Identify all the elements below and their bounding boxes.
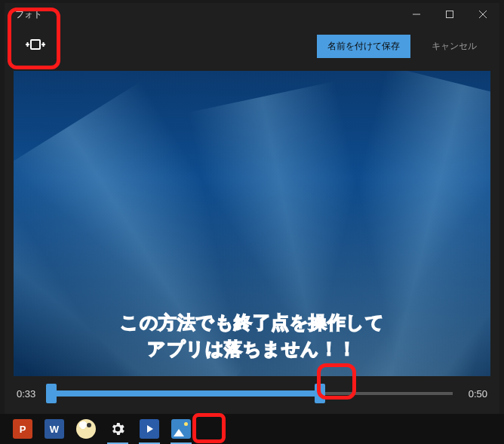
taskbar-item-paint[interactable] (71, 414, 101, 444)
word-icon: W (45, 419, 64, 439)
track-selected-range (51, 390, 320, 397)
powerpoint-icon: P (13, 419, 32, 439)
close-button[interactable] (466, 3, 499, 26)
annotation-line-1: この方法でも終了点を操作して (14, 310, 490, 336)
gear-icon (109, 421, 126, 437)
trim-timeline: 0:33 0:50 (5, 376, 499, 414)
cancel-button[interactable]: キャンセル (421, 35, 487, 58)
windows-taskbar: P W (0, 414, 504, 444)
toolbar: 名前を付けて保存 キャンセル (5, 26, 499, 66)
paint-icon (76, 419, 96, 439)
photos-app-window: フォト 名前を付けて保存 キャンセル (5, 3, 499, 414)
taskbar-item-powerpoint[interactable]: P (8, 414, 38, 444)
taskbar-item-settings[interactable] (103, 414, 133, 444)
trim-end-handle[interactable] (315, 384, 325, 403)
end-time-label: 0:50 (462, 388, 487, 400)
photos-icon (171, 419, 191, 439)
maximize-button[interactable] (433, 3, 466, 26)
titlebar: フォト (5, 3, 499, 26)
svg-rect-4 (31, 40, 40, 49)
annotation-line-2: アプリは落ちません！！ (14, 336, 490, 363)
save-as-button[interactable]: 名前を付けて保存 (317, 35, 410, 58)
app-title: フォト (15, 8, 42, 21)
window-controls (400, 3, 499, 26)
svg-rect-1 (447, 11, 453, 18)
trim-icon[interactable] (26, 38, 45, 54)
start-time-label: 0:33 (17, 388, 42, 400)
minimize-button[interactable] (400, 3, 433, 26)
video-preview[interactable]: この方法でも終了点を操作して アプリは落ちません！！ (14, 71, 490, 376)
trim-start-handle[interactable] (46, 384, 57, 403)
movies-icon (140, 419, 159, 439)
trim-track[interactable] (51, 385, 453, 402)
taskbar-item-photos[interactable] (166, 414, 196, 444)
toolbar-actions: 名前を付けて保存 キャンセル (317, 35, 487, 58)
annotation-overlay: この方法でも終了点を操作して アプリは落ちません！！ (14, 310, 490, 363)
taskbar-item-word[interactable]: W (39, 414, 69, 444)
taskbar-item-movies[interactable] (134, 414, 164, 444)
